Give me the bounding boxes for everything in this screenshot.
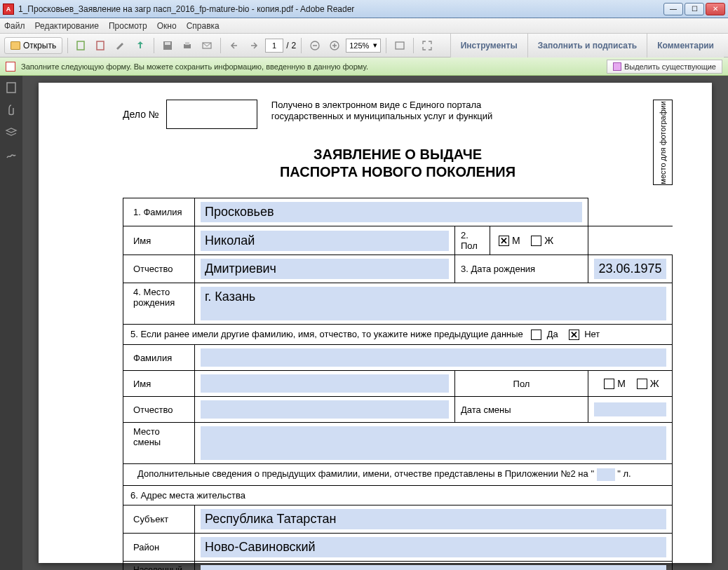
case-number-input[interactable] — [166, 100, 257, 129]
navigation-pane — [0, 76, 22, 570]
district-cell: Ново-Савиновский — [195, 534, 673, 562]
right-tools: Инструменты Заполнить и подписать Коммен… — [450, 34, 724, 57]
subject-field[interactable]: Республика Татарстан — [201, 509, 666, 529]
locality-label: Населенныйпункт — [123, 562, 195, 570]
zoom-out-button[interactable] — [306, 37, 323, 54]
signatures-icon[interactable] — [5, 149, 18, 161]
appendix-pages-field[interactable] — [597, 468, 615, 481]
subject-label: Субъект — [123, 505, 195, 534]
change-date-field[interactable] — [594, 402, 666, 416]
no-label: Нет — [584, 329, 600, 339]
menu-file[interactable]: Файл — [4, 21, 25, 31]
window-controls: — ☐ ✕ — [663, 3, 725, 15]
svg-rect-3 — [165, 42, 170, 45]
svg-rect-5 — [185, 42, 189, 45]
separator — [386, 38, 386, 53]
district-field[interactable]: Ново-Савиновский — [201, 537, 666, 557]
appendix-pre: Дополнительные сведения о предыдущих фам… — [137, 469, 594, 480]
separator — [413, 38, 414, 53]
prev-page-button[interactable] — [226, 37, 243, 54]
form-icon — [6, 62, 15, 72]
prev-data-no-checkbox[interactable]: ✕ — [569, 330, 579, 340]
menu-help[interactable]: Справка — [187, 21, 220, 31]
separator — [67, 38, 68, 53]
pob-field[interactable]: г. Казань — [201, 287, 666, 320]
workspace: место для фотографии Дело № Получено в э… — [0, 76, 728, 570]
prev-name-cell — [195, 371, 455, 397]
yes-label: Да — [547, 329, 558, 339]
prev-surname-label: Фамилия — [123, 345, 195, 371]
district-label: Район — [123, 534, 195, 562]
name-label: Имя — [123, 226, 195, 255]
print-button[interactable] — [179, 37, 196, 54]
fill-sign-panel-button[interactable]: Заполнить и подписать — [527, 34, 647, 57]
patronymic-field[interactable]: Дмитриевич — [201, 259, 449, 279]
highlight-fields-button[interactable]: Выделить существующие — [607, 60, 722, 74]
maximize-button[interactable]: ☐ — [685, 3, 704, 15]
prev-m-label: М — [617, 378, 626, 389]
reading-mode-button[interactable] — [391, 37, 408, 54]
page-number-input[interactable] — [265, 39, 283, 53]
svg-rect-0 — [77, 41, 84, 50]
prev-name-field[interactable] — [201, 374, 449, 393]
email-button[interactable] — [198, 37, 215, 54]
change-date-cell — [588, 397, 673, 423]
svg-rect-13 — [7, 83, 15, 93]
zoom-select[interactable]: 125%▾ — [346, 39, 381, 53]
minimize-button[interactable]: — — [663, 3, 683, 15]
zoom-in-button[interactable] — [326, 37, 343, 54]
prev-sex-m-checkbox[interactable] — [604, 379, 614, 389]
locality-field[interactable]: г. Казань — [201, 565, 666, 570]
change-place-field[interactable] — [201, 426, 666, 460]
surname-label: 1. Фамилия — [123, 198, 195, 226]
fullscreen-button[interactable] — [419, 37, 436, 54]
comment-panel-button[interactable]: Комментарии — [647, 34, 724, 57]
save-button[interactable] — [159, 37, 176, 54]
prev-surname-field[interactable] — [201, 348, 666, 367]
form-table: 1. Фамилия Просковьев Имя Николай 2. Пол… — [123, 198, 673, 570]
edit-button[interactable] — [112, 37, 129, 54]
prev-data-yes-checkbox[interactable] — [531, 330, 541, 340]
sex-m-checkbox[interactable]: ✕ — [499, 236, 509, 246]
name-field[interactable]: Николай — [201, 231, 449, 251]
prev-sex-f-checkbox[interactable] — [637, 379, 647, 389]
open-button[interactable]: Открыть — [4, 37, 62, 54]
highlight-icon — [613, 62, 621, 71]
form-info-message: Заполните следующую форму. Вы можете сох… — [21, 62, 601, 71]
received-line2: государственных и муниципальных услуг и … — [271, 111, 492, 122]
close-button[interactable]: ✕ — [706, 3, 725, 15]
patronymic-label: Отчество — [123, 255, 195, 283]
title-bar: A 1_Просковьев_Заявление на загр пасп_20… — [0, 0, 728, 18]
menu-view[interactable]: Просмотр — [109, 21, 147, 31]
sex-f-label: Ж — [544, 235, 553, 246]
create-pdf-button[interactable] — [73, 37, 90, 54]
dob-cell: 23.06.1975 — [588, 255, 673, 283]
appendix-row: Дополнительные сведения о предыдущих фам… — [123, 464, 673, 486]
prev-sex-cell: М Ж — [588, 371, 673, 397]
app-icon: A — [3, 4, 14, 15]
case-number-label: Дело № — [123, 109, 159, 120]
thumbnails-icon[interactable] — [5, 81, 18, 94]
menu-edit[interactable]: Редактирование — [35, 21, 99, 31]
dob-label: 3. Дата рождения — [455, 255, 588, 283]
prev-surname-cell — [195, 345, 673, 371]
svg-rect-1 — [97, 41, 104, 50]
menu-window[interactable]: Окно — [157, 21, 177, 31]
next-page-button[interactable] — [245, 37, 262, 54]
prev-patronymic-field[interactable] — [201, 400, 449, 419]
layers-icon[interactable] — [5, 126, 18, 139]
name-cell: Николай — [195, 226, 455, 255]
share-button[interactable] — [132, 37, 149, 54]
menu-bar: Файл Редактирование Просмотр Окно Справк… — [0, 18, 728, 34]
tools-panel-button[interactable]: Инструменты — [450, 34, 527, 57]
attachments-icon[interactable] — [5, 104, 18, 116]
separator — [220, 38, 221, 53]
surname-field[interactable]: Просковьев — [201, 202, 582, 222]
sex-f-checkbox[interactable] — [531, 236, 541, 246]
export-pdf-button[interactable] — [93, 37, 109, 54]
change-place-cell — [195, 423, 673, 464]
q5-row: 5. Если ранее имели другие фамилию, имя,… — [123, 325, 673, 345]
prev-sex-label: Пол — [455, 371, 588, 397]
dob-field[interactable]: 23.06.1975 — [594, 259, 666, 279]
document-area[interactable]: место для фотографии Дело № Получено в э… — [22, 76, 728, 570]
